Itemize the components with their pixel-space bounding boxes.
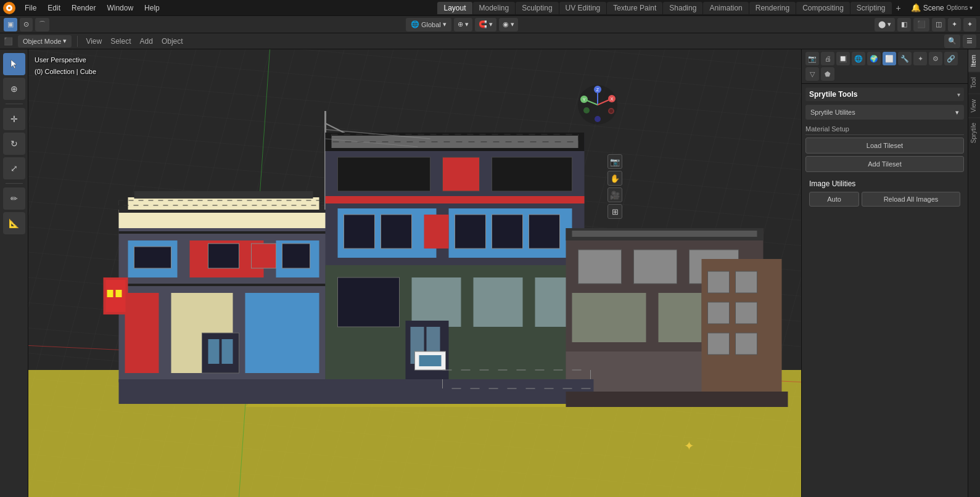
- side-tab-tool[interactable]: Tool: [968, 72, 980, 93]
- tab-uv-editing[interactable]: UV Editing: [559, 2, 607, 14]
- nav-view[interactable]: View: [83, 36, 104, 47]
- tab-layout[interactable]: Layout: [437, 2, 472, 14]
- svg-rect-12: [119, 284, 329, 286]
- transform-orientation-icon: 🌐: [411, 20, 419, 28]
- cursor-tool-btn[interactable]: ⊕: [3, 78, 25, 100]
- blender-logo-icon: [2, 1, 16, 15]
- filter-btn[interactable]: 🔍: [944, 35, 960, 48]
- add-tileset-btn[interactable]: Add Tileset: [805, 156, 964, 172]
- move-tool-btn[interactable]: ✛: [3, 108, 25, 130]
- axis-gizmo[interactable]: Z X Y: [576, 83, 619, 128]
- pan-icon: ✋: [610, 174, 620, 183]
- svg-rect-67: [634, 250, 677, 284]
- proportional-edit-btn[interactable]: ◉ ▾: [499, 18, 518, 31]
- select-tool-btn[interactable]: [3, 53, 25, 75]
- side-tab-sprytile[interactable]: Sprytile: [968, 117, 980, 148]
- svg-rect-31: [128, 197, 319, 210]
- measure-icon: 📐: [9, 218, 19, 228]
- world-prop-icon[interactable]: 🌍: [867, 52, 881, 65]
- sprytile-utilities-dropdown[interactable]: Sprytile Utilites ▾: [805, 105, 964, 120]
- sprytile-tools-arrow: ▾: [957, 91, 960, 98]
- svg-rect-32: [134, 191, 313, 199]
- annotate-tool-btn[interactable]: ✏: [3, 187, 25, 210]
- svg-text:X: X: [611, 97, 614, 101]
- constraints-prop-icon[interactable]: 🔗: [944, 52, 958, 65]
- svg-rect-62: [419, 355, 442, 366]
- svg-rect-65: [572, 231, 757, 237]
- transform-pivot-btn[interactable]: ⊕ ▾: [454, 18, 472, 31]
- tab-modeling[interactable]: Modeling: [473, 2, 516, 14]
- svg-rect-74: [708, 271, 730, 293]
- nav-object[interactable]: Object: [159, 36, 186, 47]
- nav-select[interactable]: Select: [108, 36, 133, 47]
- xray-btn[interactable]: ◧: [897, 18, 911, 31]
- render-prop-icon[interactable]: 📷: [805, 52, 819, 65]
- tab-rendering[interactable]: Rendering: [749, 2, 796, 14]
- object-mode-dropdown[interactable]: Object Mode ▾: [18, 35, 72, 47]
- zoom-camera-btn[interactable]: 📷: [607, 154, 622, 169]
- reload-all-images-btn[interactable]: Reload All Images: [862, 192, 960, 207]
- particles-prop-icon[interactable]: ✦: [913, 52, 927, 65]
- tab-shading[interactable]: Shading: [663, 2, 702, 14]
- snap-btn[interactable]: 🧲 ▾: [475, 18, 496, 31]
- select-circle-btn[interactable]: ⊙: [20, 18, 33, 31]
- object-mode-label: Object Mode: [23, 38, 61, 45]
- scene-prop-icon[interactable]: 🌐: [852, 52, 865, 65]
- dolly-btn[interactable]: 🎥: [607, 187, 622, 202]
- svg-rect-43: [492, 157, 572, 191]
- svg-rect-20: [125, 293, 159, 373]
- menu-render[interactable]: Render: [67, 2, 101, 14]
- nav-add[interactable]: Add: [138, 36, 155, 47]
- tab-sculpting[interactable]: Sculpting: [516, 2, 558, 14]
- transform-orientation-dropdown[interactable]: 🌐 Global ▾: [406, 18, 451, 31]
- material-shading-btn[interactable]: ◫: [932, 18, 945, 31]
- grid-btn[interactable]: ⊞: [607, 204, 622, 219]
- scene-svg: ✦: [28, 49, 801, 497]
- second-toolbar-right: 🔍 ☰: [944, 35, 976, 48]
- data-prop-icon[interactable]: ▽: [805, 67, 819, 81]
- side-tab-item[interactable]: Item: [968, 49, 980, 72]
- rotate-tool-btn[interactable]: ↻: [3, 133, 25, 155]
- side-tab-view[interactable]: View: [968, 94, 980, 118]
- load-tileset-btn[interactable]: Load Tileset: [805, 138, 964, 154]
- object-prop-icon[interactable]: ⬜: [883, 52, 896, 65]
- auto-btn[interactable]: Auto: [809, 192, 859, 207]
- sprytile-tools-title: Sprytile Tools: [809, 90, 857, 99]
- select-lasso-btn[interactable]: ⌒: [35, 18, 49, 31]
- solid-shading-btn[interactable]: ⬛: [913, 18, 929, 31]
- select-cursor-icon: [9, 59, 20, 70]
- output-prop-icon[interactable]: 🖨: [821, 52, 834, 65]
- svg-rect-19: [282, 244, 310, 268]
- physics-prop-icon[interactable]: ⚙: [929, 52, 942, 65]
- scale-icon: ⤢: [10, 163, 18, 173]
- rendered-shading-btn[interactable]: ✦: [948, 18, 961, 31]
- select-box-btn[interactable]: ▣: [4, 18, 17, 31]
- modifier-prop-icon[interactable]: 🔧: [898, 52, 912, 65]
- view-layer-prop-icon[interactable]: 🔲: [836, 52, 850, 65]
- menu-file[interactable]: File: [20, 2, 41, 14]
- measure-tool-btn[interactable]: 📐: [3, 212, 25, 234]
- material-prop-icon[interactable]: ⬟: [821, 67, 834, 81]
- grid-icon: ⊞: [612, 207, 619, 216]
- tab-texture-paint[interactable]: Texture Paint: [607, 2, 662, 14]
- scale-tool-btn[interactable]: ⤢: [3, 157, 25, 179]
- svg-rect-81: [566, 392, 788, 407]
- svg-rect-78: [708, 333, 730, 355]
- menu-help[interactable]: Help: [139, 2, 165, 14]
- tab-animation[interactable]: Animation: [703, 2, 748, 14]
- menu-window[interactable]: Window: [102, 2, 138, 14]
- material-setup-label: Material Setup: [805, 123, 964, 135]
- tab-scripting[interactable]: Scripting: [850, 2, 892, 14]
- svg-rect-28: [107, 290, 113, 297]
- notification-icon[interactable]: 🔔: [911, 3, 921, 12]
- display-as-btn[interactable]: ☰: [963, 35, 976, 48]
- top-right-controls: 🔔 Scene Options ▾: [911, 3, 978, 12]
- menu-edit[interactable]: Edit: [43, 2, 65, 14]
- tab-compositing[interactable]: Compositing: [796, 2, 850, 14]
- eevee-shading-btn[interactable]: ✦: [963, 18, 976, 31]
- add-workspace-tab[interactable]: +: [892, 1, 905, 15]
- sprytile-tools-header[interactable]: Sprytile Tools ▾: [805, 88, 964, 101]
- viewport[interactable]: ✦ User Perspective (0) Collection | Cube…: [28, 49, 801, 497]
- viewport-overlay-btn[interactable]: ⬤ ▾: [875, 18, 895, 31]
- pan-btn[interactable]: ✋: [607, 171, 622, 186]
